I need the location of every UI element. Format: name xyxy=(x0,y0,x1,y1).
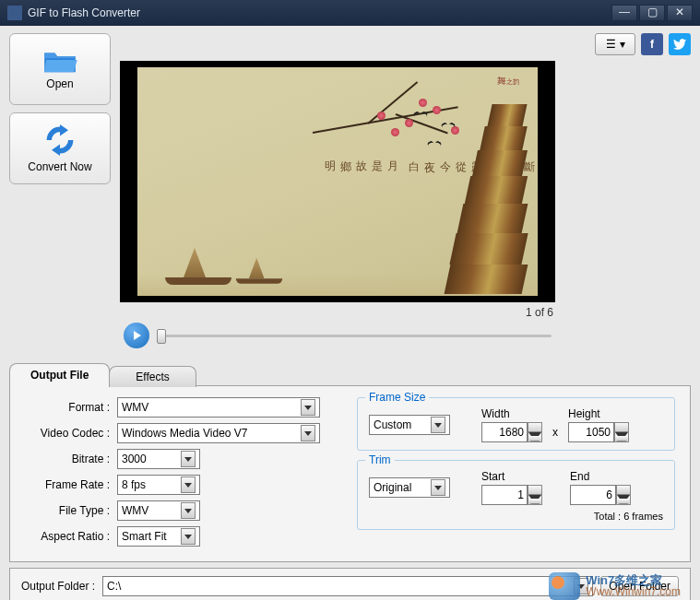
list-icon: ☰ xyxy=(606,38,616,51)
filetype-select[interactable]: WMV xyxy=(117,500,200,521)
spin-down[interactable] xyxy=(528,432,541,441)
height-input[interactable] xyxy=(568,422,614,442)
convert-label: Convert Now xyxy=(28,160,91,173)
watermark: Win7多维之家Www.Winwin7.com xyxy=(549,572,681,600)
twitter-icon xyxy=(673,39,686,50)
frame-size-legend: Frame Size xyxy=(365,391,429,404)
spin-up[interactable] xyxy=(528,486,541,495)
convert-button[interactable]: Convert Now xyxy=(9,112,111,184)
facebook-button[interactable]: f xyxy=(641,33,663,55)
twitter-button[interactable] xyxy=(669,33,691,55)
preview-frame: 舞之韵 月是故 xyxy=(120,61,555,302)
chevron-down-icon xyxy=(181,502,196,519)
spin-up[interactable] xyxy=(617,486,630,495)
tab-effects[interactable]: Effects xyxy=(109,366,196,387)
spin-down[interactable] xyxy=(615,432,628,441)
output-folder-row: Output Folder : C:\ Open Folder Win7多维之家… xyxy=(9,568,691,600)
width-label: Width xyxy=(481,407,542,420)
chevron-down-icon xyxy=(301,425,315,441)
end-label: End xyxy=(570,470,631,483)
width-input[interactable] xyxy=(481,422,528,442)
open-label: Open xyxy=(46,77,73,90)
spin-up[interactable] xyxy=(528,423,541,432)
play-button[interactable] xyxy=(124,323,149,348)
facebook-icon: f xyxy=(650,38,654,51)
spin-down[interactable] xyxy=(528,495,541,504)
frame-size-mode-select[interactable]: Custom xyxy=(369,415,450,435)
spin-down[interactable] xyxy=(617,495,630,504)
close-button[interactable]: ✕ xyxy=(667,5,693,21)
output-folder-select[interactable]: C:\ xyxy=(102,576,593,596)
app-icon xyxy=(7,6,22,20)
slider-thumb[interactable] xyxy=(157,329,166,344)
start-spinner[interactable] xyxy=(481,485,542,505)
list-view-button[interactable]: ☰ ▾ xyxy=(595,33,635,55)
aspect-select[interactable]: Smart Fit xyxy=(117,526,200,547)
end-input[interactable] xyxy=(570,485,616,505)
height-label: Height xyxy=(568,407,629,420)
chevron-down-icon xyxy=(301,399,315,416)
titlebar: GIF to Flash Converter — ▢ ✕ xyxy=(0,0,700,26)
end-spinner[interactable] xyxy=(570,485,631,505)
maximize-button[interactable]: ▢ xyxy=(639,5,665,21)
minimize-button[interactable]: — xyxy=(611,5,637,21)
tab-output-file[interactable]: Output File xyxy=(9,363,110,386)
chevron-down-icon xyxy=(181,528,196,545)
total-frames: Total : 6 frames xyxy=(369,511,663,522)
window-title: GIF to Flash Converter xyxy=(28,6,610,19)
bitrate-select[interactable]: 3000 xyxy=(117,449,200,469)
output-panel: Format : WMV Video Codec : Windows Media… xyxy=(9,385,691,562)
filetype-label: File Type : xyxy=(25,504,117,517)
output-folder-label: Output Folder : xyxy=(21,580,102,593)
frame-counter: 1 of 6 xyxy=(120,302,555,321)
format-select[interactable]: WMV xyxy=(117,397,320,418)
trim-mode-select[interactable]: Original xyxy=(369,477,450,498)
chevron-down-icon xyxy=(181,451,196,467)
chevron-down-icon xyxy=(431,417,445,433)
framerate-select[interactable]: 8 fps xyxy=(117,475,200,495)
width-spinner[interactable] xyxy=(481,422,542,442)
chevron-down-icon xyxy=(431,479,445,496)
spin-up[interactable] xyxy=(615,423,628,432)
framerate-label: Frame Rate : xyxy=(25,478,117,491)
folder-icon xyxy=(42,48,77,74)
trim-legend: Trim xyxy=(365,453,395,466)
chevron-down-icon: ▾ xyxy=(620,38,625,51)
start-label: Start xyxy=(481,470,542,483)
open-button[interactable]: Open xyxy=(9,33,111,105)
chevron-down-icon xyxy=(181,476,196,493)
frame-size-group: Frame Size Custom Width x Height xyxy=(357,397,675,451)
codec-select[interactable]: Windows Media Video V7 xyxy=(117,423,320,443)
codec-label: Video Codec : xyxy=(25,427,117,440)
start-input[interactable] xyxy=(481,485,528,505)
preview-image: 舞之韵 月是故 xyxy=(137,67,538,296)
aspect-label: Aspect Ratio : xyxy=(25,530,117,543)
watermark-logo-icon xyxy=(549,572,580,600)
height-spinner[interactable] xyxy=(568,422,629,442)
seek-slider[interactable] xyxy=(157,329,552,342)
format-label: Format : xyxy=(25,401,117,414)
convert-icon xyxy=(43,124,77,157)
play-icon xyxy=(134,331,141,340)
bitrate-label: Bitrate : xyxy=(25,453,117,465)
trim-group: Trim Original Start End Total : 6 frames xyxy=(357,460,675,530)
